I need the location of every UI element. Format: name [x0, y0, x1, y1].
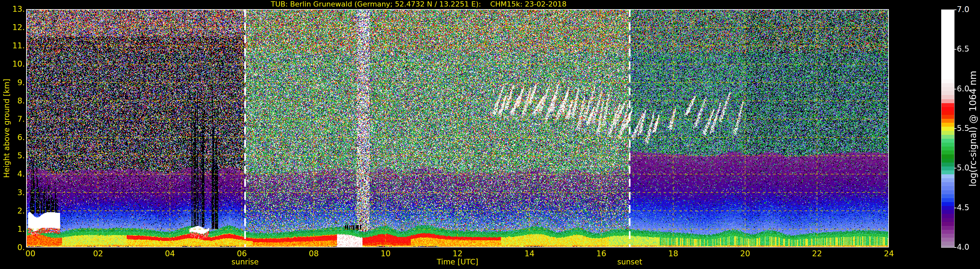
colorbar-label: log(rc-signal) @ 1064 nm	[967, 71, 978, 187]
ceilometer-quicklook: TUB: Berlin Grunewald (Germany; 52.4732 …	[0, 0, 980, 269]
y-axis-label: Height above ground [km]	[2, 79, 11, 178]
x-tick-label: 10	[371, 250, 400, 258]
x-tick-label: 22	[802, 250, 832, 258]
y-tick-label: 11.	[0, 41, 25, 50]
x-tick-label: 14	[515, 250, 544, 258]
sunrise-label: sunrise	[232, 258, 259, 266]
colorbar-tick-mark	[954, 128, 956, 129]
sunset-label: sunset	[617, 258, 642, 266]
x-tick-label: 24	[874, 250, 904, 258]
x-tick-label: 20	[730, 250, 760, 258]
x-tick-label: 02	[83, 250, 113, 258]
y-tick-label: 2.	[0, 207, 25, 215]
x-tick-label: 06	[227, 250, 257, 258]
y-tick-label: 13.	[0, 5, 25, 13]
colorbar-tick-mark	[954, 168, 956, 169]
y-tick-label: 10.	[0, 60, 25, 68]
y-tick-label: 8.	[0, 97, 25, 105]
lidar-heatmap-canvas	[26, 9, 889, 247]
colorbar-tick-label: 6.5	[957, 45, 969, 53]
x-tick-label: 04	[155, 250, 185, 258]
colorbar-tick-label: 7.0	[957, 5, 969, 14]
y-tick-label: 1.	[0, 225, 25, 233]
y-tick-label: 12.	[0, 23, 25, 32]
x-axis-label: Time [UTC]	[437, 258, 478, 266]
colorbar-tick-mark	[954, 49, 956, 49]
y-tick-label: 5.	[0, 151, 25, 160]
y-tick-label: 6.	[0, 133, 25, 142]
x-tick-label: 12	[443, 250, 472, 258]
colorbar-tick-mark	[954, 208, 956, 208]
colorbar-canvas	[942, 10, 954, 247]
x-tick-label: 18	[659, 250, 688, 258]
y-tick-label: 9.	[0, 78, 25, 87]
colorbar-tick-label: 4.5	[957, 204, 969, 212]
x-tick-label: 16	[587, 250, 616, 258]
x-tick-label: 00	[16, 250, 45, 258]
colorbar-tick-mark	[954, 247, 956, 248]
colorbar-tick-mark	[954, 89, 956, 89]
colorbar-tick-label: 4.0	[957, 243, 969, 251]
y-tick-label: 3.	[0, 188, 25, 197]
y-tick-label: 4.	[0, 170, 25, 178]
colorbar-tick-mark	[954, 10, 956, 10]
page-title: TUB: Berlin Grunewald (Germany; 52.4732 …	[271, 0, 566, 8]
y-tick-label: 7.	[0, 115, 25, 123]
x-tick-label: 08	[299, 250, 329, 258]
